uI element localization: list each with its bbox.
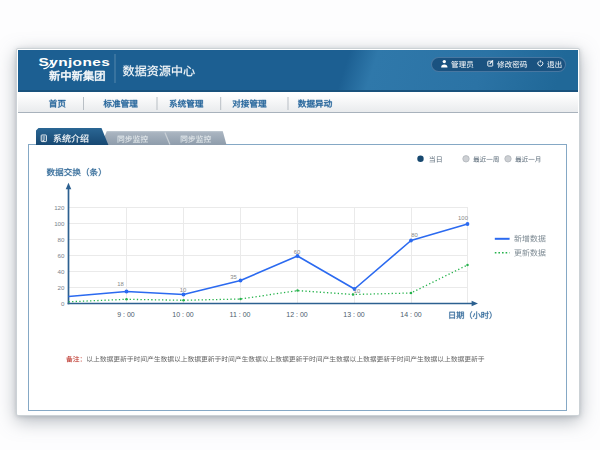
svg-text:100: 100	[458, 215, 469, 221]
svg-text:14 : 00: 14 : 00	[400, 311, 422, 318]
svg-text:10: 10	[180, 287, 187, 293]
svg-text:10: 10	[354, 288, 361, 294]
svg-text:11 : 00: 11 : 00	[230, 311, 251, 318]
svg-text:12 : 00: 12 : 00	[286, 311, 308, 318]
svg-text:80: 80	[58, 236, 65, 243]
svg-text:80: 80	[411, 232, 418, 238]
svg-text:10 : 00: 10 : 00	[172, 311, 194, 318]
svg-text:20: 20	[58, 284, 65, 291]
svg-text:100: 100	[54, 220, 65, 227]
svg-text:13 : 00: 13 : 00	[343, 311, 365, 318]
svg-text:60: 60	[58, 252, 65, 259]
svg-text:40: 40	[58, 268, 65, 275]
svg-text:Synjones: Synjones	[39, 56, 111, 69]
svg-text:60: 60	[294, 249, 301, 255]
svg-text:120: 120	[54, 204, 65, 211]
svg-text:35: 35	[230, 274, 237, 280]
svg-text:9 : 00: 9 : 00	[117, 311, 135, 318]
svg-text:0: 0	[61, 300, 65, 307]
svg-text:18: 18	[117, 281, 124, 287]
